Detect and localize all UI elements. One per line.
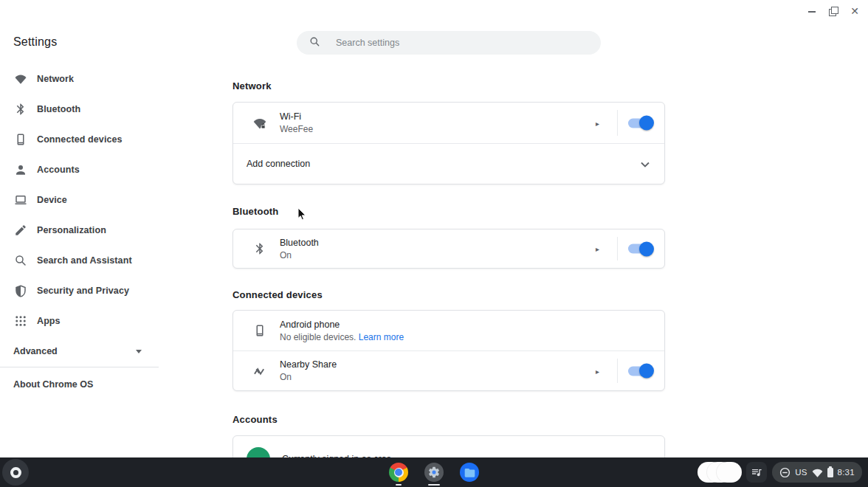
android-phone-subtitle: No eligible devices. <box>280 332 356 342</box>
android-phone-title: Android phone <box>280 320 404 330</box>
sidebar-item-search-assistant[interactable]: Search and Assistant <box>0 245 180 275</box>
add-connection-label: Add connection <box>247 159 310 169</box>
settings-app-icon[interactable] <box>424 463 444 482</box>
bluetooth-subtitle: On <box>280 250 319 260</box>
person-icon <box>13 162 28 177</box>
sidebar-item-personalization[interactable]: Personalization <box>0 215 180 245</box>
connected-devices-card: Android phone No eligible devices. Learn… <box>232 310 665 391</box>
chrome-app-icon[interactable] <box>389 463 408 482</box>
restore-icon[interactable] <box>829 7 838 15</box>
sidebar-item-network[interactable]: Network <box>0 63 180 94</box>
battery-icon <box>827 468 833 477</box>
nearby-share-row[interactable]: Nearby Share On ▸ <box>233 351 664 390</box>
network-card: Wi-Fi WeeFee ▸ Add connection <box>232 102 665 184</box>
files-app-icon[interactable] <box>460 463 479 482</box>
clock: 8:31 <box>838 468 855 477</box>
add-connection-row[interactable]: Add connection <box>233 144 664 184</box>
queue-music-icon <box>751 466 762 478</box>
sidebar-item-device[interactable]: Device <box>0 184 180 215</box>
search-bar[interactable] <box>297 31 601 55</box>
bluetooth-card: Bluetooth On ▸ <box>232 229 665 269</box>
bluetooth-row[interactable]: Bluetooth On ▸ <box>233 229 664 268</box>
phone-icon <box>252 322 268 339</box>
chevron-down-icon[interactable] <box>641 157 650 170</box>
sidebar-item-apps[interactable]: Apps <box>0 305 180 336</box>
wifi-title: Wi-Fi <box>280 111 313 122</box>
chevron-right-icon[interactable]: ▸ <box>596 245 599 253</box>
nearby-share-subtitle: On <box>280 372 337 382</box>
shelf: US 8:31 <box>0 457 868 487</box>
page-title: Settings <box>13 35 57 49</box>
phone-icon <box>13 132 28 147</box>
nearby-share-title: Nearby Share <box>280 359 337 370</box>
nearby-share-toggle[interactable] <box>628 366 652 376</box>
sidebar-item-bluetooth[interactable]: Bluetooth <box>0 94 180 124</box>
close-icon[interactable]: ✕ <box>850 7 859 15</box>
search-icon <box>13 253 28 268</box>
section-heading-accounts: Accounts <box>232 414 278 425</box>
sidebar-advanced[interactable]: Advanced <box>0 339 155 363</box>
nearby-share-icon <box>252 363 268 379</box>
bluetooth-icon <box>252 241 268 257</box>
bluetooth-title: Bluetooth <box>280 238 319 248</box>
wifi-toggle[interactable] <box>628 118 652 128</box>
row-divider <box>617 110 618 136</box>
bluetooth-toggle[interactable] <box>628 244 652 254</box>
wifi-lock-icon <box>252 115 268 131</box>
wifi-icon <box>13 72 28 86</box>
running-indicator <box>428 484 440 486</box>
section-heading-network: Network <box>232 80 272 91</box>
minimize-icon[interactable] <box>807 7 816 15</box>
wifi-row[interactable]: Wi-Fi WeeFee ▸ <box>233 103 664 143</box>
notification-card <box>717 462 742 483</box>
chevron-down-icon <box>136 350 142 353</box>
sidebar-item-accounts[interactable]: Accounts <box>0 154 180 184</box>
search-icon <box>309 36 320 50</box>
wifi-status-icon <box>812 468 823 477</box>
row-divider <box>617 359 618 383</box>
wifi-subtitle: WeeFee <box>280 124 313 134</box>
chevron-right-icon[interactable]: ▸ <box>596 367 599 375</box>
section-heading-bluetooth: Bluetooth <box>232 206 278 217</box>
chevron-right-icon[interactable]: ▸ <box>596 119 599 127</box>
sidebar-divider <box>0 367 159 367</box>
sidebar-nav: Network Bluetooth Connected devices Acco… <box>0 63 180 336</box>
notification-stack[interactable] <box>698 462 742 483</box>
section-heading-connected-devices: Connected devices <box>232 289 323 300</box>
apps-grid-icon <box>13 314 28 328</box>
running-indicator <box>396 484 402 486</box>
shield-icon <box>13 283 28 298</box>
row-divider <box>617 237 618 260</box>
status-tray[interactable]: US 8:31 <box>772 462 862 483</box>
learn-more-link[interactable]: Learn more <box>359 332 404 342</box>
keyboard-layout: US <box>795 468 807 477</box>
launcher-icon <box>10 467 21 478</box>
sidebar-about-chrome-os[interactable]: About Chrome OS <box>13 379 93 390</box>
search-input[interactable] <box>336 38 557 48</box>
window-controls: ✕ <box>807 6 859 16</box>
pen-icon <box>13 223 28 238</box>
sidebar-item-security-privacy[interactable]: Security and Privacy <box>0 275 180 305</box>
mouse-cursor <box>297 207 307 224</box>
android-phone-row[interactable]: Android phone No eligible devices. Learn… <box>233 311 664 350</box>
bluetooth-icon <box>13 102 28 117</box>
sidebar-item-connected-devices[interactable]: Connected devices <box>0 124 180 154</box>
media-controls-button[interactable] <box>746 462 767 483</box>
launcher-button[interactable] <box>2 459 29 486</box>
do-not-disturb-icon <box>779 467 790 478</box>
shelf-apps <box>389 457 479 487</box>
laptop-icon <box>13 193 28 207</box>
